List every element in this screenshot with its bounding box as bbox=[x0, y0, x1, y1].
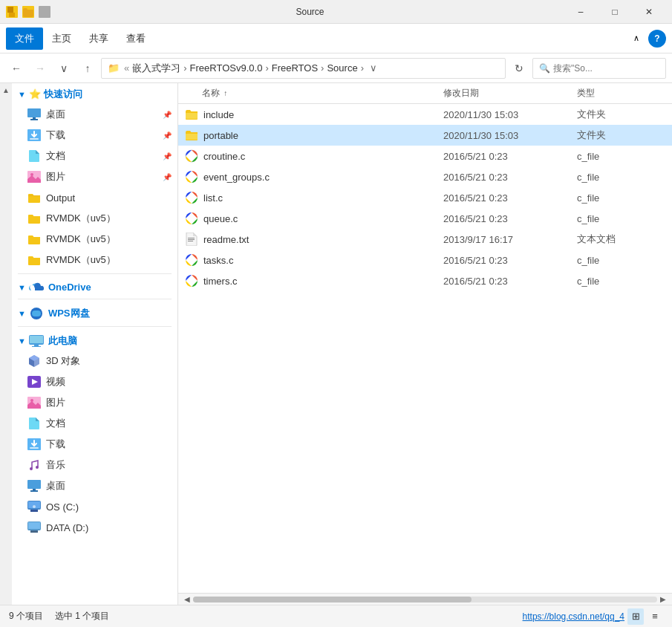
this-computer-label: 此电脑 bbox=[48, 334, 77, 348]
address-path[interactable]: 📁 « 嵌入式学习 › FreeRTOSv9.0.0 › FreeRTOS › … bbox=[101, 58, 506, 79]
file-list-header: 名称 ↑ 修改日期 类型 bbox=[178, 83, 672, 104]
this-computer-chevron: ▼ bbox=[18, 337, 26, 345]
search-box[interactable]: 🔍 bbox=[532, 58, 666, 79]
sidebar-item-download[interactable]: 下载 📌 bbox=[12, 125, 177, 146]
maximize-button[interactable]: □ bbox=[598, 0, 632, 24]
sidebar-item-pictures[interactable]: 图片 📌 bbox=[12, 166, 177, 187]
file-row-queue[interactable]: queue.c 2016/5/21 0:23 c_file bbox=[178, 208, 672, 229]
horizontal-scrollbar[interactable]: ◀ ▶ bbox=[178, 593, 672, 605]
status-link[interactable]: https://blog.csdn.net/qq_4 bbox=[523, 611, 624, 622]
file-row-list[interactable]: list.c 2016/5/21 0:23 c_file bbox=[178, 187, 672, 208]
download-icon bbox=[27, 128, 42, 143]
sidebar-item-download-pc-label: 下载 bbox=[46, 438, 172, 451]
wps-header[interactable]: ▼ WPS网盘 bbox=[12, 302, 177, 323]
svg-rect-22 bbox=[30, 447, 39, 449]
menu-item-view[interactable]: 查看 bbox=[117, 27, 154, 50]
rvmdk3-folder-icon bbox=[27, 253, 42, 267]
sidebar-item-download-pc[interactable]: 下载 bbox=[12, 434, 177, 455]
sidebar-item-os-c[interactable]: OS (C:) bbox=[12, 496, 177, 517]
address-bar: ← → ∨ ↑ 📁 « 嵌入式学习 › FreeRTOSv9.0.0 › Fre… bbox=[0, 53, 672, 83]
column-type[interactable]: 类型 bbox=[577, 87, 666, 100]
dropdown-recent-button[interactable]: ∨ bbox=[53, 58, 74, 79]
selected-count: 选中 1 个项目 bbox=[55, 610, 109, 623]
forward-button[interactable]: → bbox=[30, 58, 50, 79]
sidebar-item-3dobject[interactable]: 3D 对象 bbox=[12, 351, 177, 371]
scroll-up-arrow[interactable]: ▲ bbox=[2, 86, 10, 94]
file-type-readme: 文本文档 bbox=[577, 233, 666, 246]
file-row-croutine[interactable]: croutine.c 2016/5/21 0:23 c_file bbox=[178, 146, 672, 166]
svg-rect-34 bbox=[30, 530, 38, 533]
title-bar-icons bbox=[6, 6, 50, 18]
path-segment-3: Source bbox=[327, 62, 357, 74]
file-row-event-groups[interactable]: event_groups.c 2016/5/21 0:23 c_file bbox=[178, 166, 672, 187]
up-button[interactable]: ↑ bbox=[77, 58, 98, 79]
refresh-button[interactable]: ↻ bbox=[509, 58, 529, 79]
svg-rect-39 bbox=[188, 239, 195, 240]
path-segment-0: 嵌入式学习 bbox=[132, 62, 180, 75]
onedrive-chevron: ▼ bbox=[18, 283, 26, 292]
sidebar-item-pictures-pc[interactable]: 图片 bbox=[12, 392, 177, 413]
this-computer-header[interactable]: ▼ 此电脑 bbox=[12, 330, 177, 351]
sidebar: ▼ ⭐ 快速访问 桌面 📌 下载 📌 bbox=[12, 83, 177, 605]
sidebar-item-rvmdk2[interactable]: RVMDK（uv5） bbox=[12, 229, 177, 250]
sidebar-item-desktop[interactable]: 桌面 📌 bbox=[12, 104, 177, 125]
collapse-button[interactable]: ∧ bbox=[627, 30, 645, 46]
svg-rect-14 bbox=[30, 336, 43, 343]
sidebar-item-documents-pc[interactable]: 文档 bbox=[12, 413, 177, 434]
file-panel: 名称 ↑ 修改日期 类型 include 2020/11/30 15:03 文件… bbox=[178, 83, 672, 605]
onedrive-header[interactable]: ▼ OneDrive bbox=[12, 277, 177, 296]
list-view-button[interactable]: ≡ bbox=[647, 608, 663, 625]
file-row-timers[interactable]: timers.c 2016/5/21 0:23 c_file bbox=[178, 270, 672, 291]
download-pin-icon: 📌 bbox=[163, 131, 172, 140]
file-modified-timers: 2016/5/21 0:23 bbox=[443, 276, 577, 287]
svg-rect-1 bbox=[7, 7, 13, 13]
address-dropdown-button[interactable]: ∨ bbox=[370, 62, 377, 74]
close-button[interactable]: ✕ bbox=[632, 0, 666, 24]
svg-rect-35 bbox=[186, 113, 198, 119]
sidebar-item-music[interactable]: 音乐 bbox=[12, 455, 177, 475]
file-list-body: include 2020/11/30 15:03 文件夹 portable 20… bbox=[178, 104, 672, 593]
file-row-include[interactable]: include 2020/11/30 15:03 文件夹 bbox=[178, 104, 672, 125]
sidebar-item-desktop-pc[interactable]: 桌面 bbox=[12, 475, 177, 496]
file-row-readme[interactable]: readme.txt 2013/9/17 16:17 文本文档 bbox=[178, 229, 672, 250]
file-row-portable[interactable]: portable 2020/11/30 15:03 文件夹 bbox=[178, 125, 672, 146]
minimize-button[interactable]: – bbox=[564, 0, 598, 24]
file-row-tasks[interactable]: tasks.c 2016/5/21 0:23 c_file bbox=[178, 250, 672, 270]
sidebar-item-documents[interactable]: 文档 📌 bbox=[12, 146, 177, 166]
search-input[interactable] bbox=[553, 63, 665, 74]
svg-point-23 bbox=[30, 467, 33, 470]
path-prefix: « bbox=[124, 62, 129, 74]
column-modified[interactable]: 修改日期 bbox=[443, 87, 577, 100]
svg-rect-5 bbox=[27, 108, 41, 117]
file-type-portable: 文件夹 bbox=[577, 129, 666, 142]
scroll-track[interactable] bbox=[193, 597, 657, 602]
scroll-right-button[interactable]: ▶ bbox=[657, 594, 669, 605]
grid-view-button[interactable]: ⊞ bbox=[627, 608, 644, 625]
divider-3 bbox=[18, 326, 172, 327]
menu-item-share[interactable]: 共享 bbox=[80, 27, 117, 50]
quick-access-header[interactable]: ▼ ⭐ 快速访问 bbox=[12, 83, 177, 104]
scroll-left-button[interactable]: ◀ bbox=[181, 594, 193, 605]
onedrive-label: OneDrive bbox=[48, 282, 91, 293]
help-button[interactable]: ? bbox=[648, 30, 666, 48]
documents-pin-icon: 📌 bbox=[163, 152, 172, 160]
sidebar-item-output[interactable]: Output bbox=[12, 187, 177, 208]
quick-access-chevron: ▼ bbox=[18, 90, 26, 99]
sidebar-item-rvmdk1[interactable]: RVMDK（uv5） bbox=[12, 208, 177, 229]
menu-item-file[interactable]: 文件 bbox=[6, 27, 43, 50]
column-name[interactable]: 名称 ↑ bbox=[184, 87, 443, 100]
menu-item-home[interactable]: 主页 bbox=[43, 27, 80, 50]
sidebar-item-video[interactable]: 视频 bbox=[12, 371, 177, 392]
svg-rect-7 bbox=[30, 119, 38, 120]
sidebar-item-rvmdk3[interactable]: RVMDK（uv5） bbox=[12, 250, 177, 270]
scroll-thumb[interactable] bbox=[193, 597, 472, 602]
path-segment-2: FreeRTOS bbox=[272, 62, 318, 74]
back-button[interactable]: ← bbox=[6, 58, 27, 79]
file-type-timers: c_file bbox=[577, 276, 666, 287]
column-name-label: 名称 bbox=[202, 88, 220, 98]
status-bar-right: https://blog.csdn.net/qq_4 ⊞ ≡ bbox=[523, 608, 663, 625]
sidebar-item-data-d-label: DATA (D:) bbox=[46, 522, 172, 533]
file-type-event-groups: c_file bbox=[577, 172, 666, 183]
sort-arrow: ↑ bbox=[224, 89, 227, 97]
sidebar-item-data-d[interactable]: DATA (D:) bbox=[12, 517, 177, 538]
